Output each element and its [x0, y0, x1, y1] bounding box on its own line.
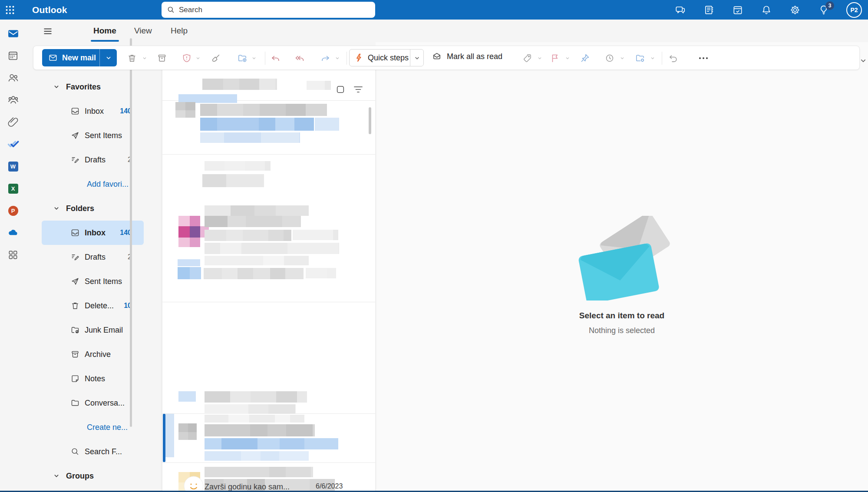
tab-view[interactable]: View	[133, 23, 153, 38]
sidebar-item-notes[interactable]: Notes	[42, 367, 144, 391]
mosaic-block	[315, 118, 335, 131]
sidebar-item-sent[interactable]: Sent Items	[42, 269, 144, 294]
undo-button[interactable]	[667, 52, 680, 64]
trash-icon	[70, 301, 80, 310]
rules-dropdown-chevron[interactable]	[650, 56, 655, 61]
mosaic-block	[267, 243, 287, 254]
reply-all-button[interactable]	[294, 52, 306, 64]
sidebar-item-drafts-favorite[interactable]: Drafts 2	[42, 148, 144, 172]
rail-people-button[interactable]	[7, 72, 19, 84]
tab-help[interactable]: Help	[170, 23, 188, 38]
mosaic-block	[162, 154, 376, 155]
mark-all-read-button[interactable]: Mark all as read	[432, 51, 502, 62]
rules-button[interactable]	[634, 52, 646, 64]
rail-files-button[interactable]	[7, 116, 19, 128]
favorites-section-header[interactable]: Favorites	[42, 75, 144, 99]
my-day-button[interactable]	[732, 4, 744, 16]
folders-section-header[interactable]: Folders	[42, 196, 144, 221]
categorize-button[interactable]	[521, 52, 533, 64]
message-list-scrollbar[interactable]	[369, 107, 371, 134]
archive-button[interactable]	[156, 52, 168, 64]
more-options-button[interactable]	[697, 52, 710, 64]
quick-steps-label: Quick steps	[368, 53, 409, 63]
sidebar-item-junk[interactable]: Junk Email	[42, 318, 144, 342]
quick-steps-dropdown[interactable]	[410, 50, 423, 66]
sidebar-item-search-folders[interactable]: Search F...	[42, 439, 144, 464]
delete-button[interactable]	[126, 52, 138, 64]
mosaic-block	[295, 451, 309, 461]
report-button[interactable]	[181, 52, 193, 64]
forward-button[interactable]	[320, 52, 332, 64]
rail-todo-button[interactable]	[7, 138, 19, 150]
sidebar-item-archive[interactable]: Archive	[42, 342, 144, 367]
sweep-button[interactable]	[210, 52, 222, 64]
onenote-feed-button[interactable]	[703, 4, 715, 16]
tab-home[interactable]: Home	[92, 23, 117, 38]
ribbon-collapse-chevron[interactable]	[860, 57, 867, 64]
reply-button[interactable]	[269, 52, 281, 64]
rail-groups-button[interactable]	[7, 94, 19, 106]
sidebar-item-conversation-history[interactable]: Conversa...	[42, 391, 144, 415]
folder-label: Delete...	[85, 301, 114, 310]
rail-powerpoint-button[interactable]: P	[7, 205, 19, 217]
mosaic-block	[190, 216, 200, 226]
snooze-button[interactable]	[604, 52, 616, 64]
mosaic-block	[244, 174, 264, 187]
quick-steps-button[interactable]: Quick steps	[349, 49, 424, 66]
excel-icon: X	[8, 184, 18, 194]
mosaic-block	[238, 268, 253, 279]
filter-icon[interactable]	[353, 86, 363, 93]
pin-button[interactable]	[579, 52, 591, 64]
chevron-down-icon	[53, 473, 59, 479]
mosaic-block	[190, 226, 200, 238]
search-input[interactable]: Search	[162, 2, 375, 18]
snooze-dropdown-chevron[interactable]	[620, 56, 625, 61]
sidebar-item-deleted[interactable]: Delete... 10	[42, 294, 144, 318]
mosaic-block	[243, 104, 259, 116]
new-mail-button[interactable]: New mail	[42, 49, 117, 66]
groups-section-header[interactable]: Groups	[42, 464, 144, 488]
folder-pane-scrollbar[interactable]	[130, 38, 132, 427]
delete-dropdown-chevron[interactable]	[142, 56, 147, 61]
new-mail-dropdown[interactable]	[99, 49, 117, 66]
list-item[interactable]: Završi godinu kao sam... 6/6/2023	[205, 482, 370, 491]
settings-button[interactable]	[789, 4, 801, 16]
folder-label: Search F...	[85, 447, 122, 456]
hamburger-button[interactable]	[40, 24, 55, 39]
report-dropdown-chevron[interactable]	[195, 56, 201, 61]
sender-avatar	[184, 476, 204, 491]
onedrive-icon	[7, 227, 19, 239]
flag-dropdown-chevron[interactable]	[565, 56, 570, 61]
add-favorite-link[interactable]: Add favori...	[42, 172, 144, 196]
blurred-message-list-content	[162, 60, 375, 491]
sidebar-item-inbox-favorite[interactable]: Inbox 140	[42, 99, 144, 123]
mosaic-block	[221, 438, 239, 449]
account-avatar[interactable]: P2	[846, 2, 862, 18]
sidebar-item-sent-favorite[interactable]: Sent Items	[42, 123, 144, 148]
rail-onedrive-button[interactable]	[7, 227, 19, 239]
categorize-dropdown-chevron[interactable]	[537, 56, 542, 61]
rail-more-apps-button[interactable]	[7, 249, 19, 261]
select-messages-icon[interactable]	[336, 85, 345, 94]
create-new-folder-link[interactable]: Create ne...	[42, 415, 144, 439]
mosaic-block	[205, 161, 224, 171]
sidebar-item-inbox[interactable]: Inbox 140	[42, 221, 144, 245]
mosaic-block	[178, 259, 196, 266]
rail-excel-button[interactable]: X	[7, 182, 19, 195]
rail-word-button[interactable]: W	[7, 160, 19, 172]
tips-button[interactable]: 3	[818, 4, 830, 16]
rail-calendar-button[interactable]	[7, 50, 19, 62]
teams-chat-button[interactable]	[674, 4, 686, 16]
move-to-button[interactable]	[236, 52, 248, 64]
app-launcher-button[interactable]	[0, 0, 20, 20]
mosaic-block	[321, 243, 338, 254]
mosaic-block	[297, 391, 307, 403]
sidebar-item-drafts[interactable]: Drafts 2	[42, 245, 144, 269]
notifications-button[interactable]	[760, 4, 772, 16]
flag-button[interactable]	[549, 52, 561, 64]
forward-dropdown-chevron[interactable]	[335, 56, 340, 61]
move-to-dropdown-chevron[interactable]	[251, 56, 257, 61]
mosaic-block	[248, 404, 268, 414]
mosaic-block	[205, 230, 226, 241]
rail-mail-button[interactable]	[7, 27, 19, 40]
